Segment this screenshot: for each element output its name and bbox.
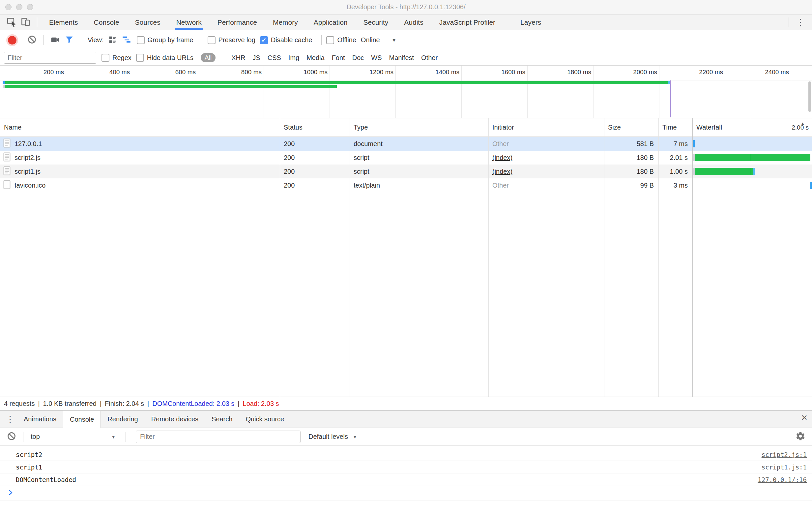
- overview-scrollbar-thumb[interactable]: [808, 81, 811, 112]
- tab-application[interactable]: Application: [312, 15, 349, 30]
- filter-type-media[interactable]: Media: [307, 54, 324, 62]
- group-by-frame-checkbox[interactable]: [137, 36, 145, 44]
- divider: [321, 35, 322, 45]
- filter-type-img[interactable]: Img: [288, 54, 299, 62]
- console-message[interactable]: DOMContentLoaded 127.0.0.1/:16: [0, 474, 812, 486]
- drawer-tab-rendering[interactable]: Rendering: [101, 411, 144, 428]
- throttling-select[interactable]: Online: [361, 36, 380, 44]
- regex-checkbox[interactable]: [102, 54, 109, 62]
- network-overview-timeline[interactable]: 200 ms 400 ms 600 ms 800 ms 1000 ms 1200…: [0, 66, 812, 118]
- tab-audits[interactable]: Audits: [403, 15, 425, 30]
- main-tab-bar: Elements Console Sources Network Perform…: [0, 15, 812, 30]
- use-large-rows-button[interactable]: [106, 33, 120, 47]
- column-header-type[interactable]: Type: [350, 118, 488, 137]
- drawer-tab-quick-source[interactable]: Quick source: [239, 411, 291, 428]
- drawer-tab-animations[interactable]: Animations: [17, 411, 63, 428]
- filter-type-xhr[interactable]: XHR: [231, 54, 245, 62]
- title-bar: Developer Tools - http://127.0.0.1:12306…: [0, 0, 812, 15]
- network-filter-input[interactable]: [4, 52, 96, 64]
- clear-network-log-button[interactable]: [25, 33, 39, 47]
- record-network-log-button[interactable]: [5, 33, 19, 47]
- devtools-menu-button[interactable]: ⋮: [793, 16, 807, 29]
- tick-label: 1200 ms: [329, 68, 394, 76]
- hide-data-urls-checkbox[interactable]: [136, 54, 144, 62]
- dropdown-icon[interactable]: ▼: [392, 37, 397, 43]
- column-header-time[interactable]: Time: [659, 118, 692, 137]
- console-message[interactable]: script1 script1.js:1: [0, 461, 812, 474]
- initiator-link[interactable]: (index): [492, 154, 513, 161]
- close-drawer-button[interactable]: ×: [801, 412, 807, 423]
- tab-sources[interactable]: Sources: [134, 15, 162, 30]
- timing-segment-blue: [693, 140, 695, 147]
- filter-type-ws[interactable]: WS: [371, 54, 382, 62]
- initiator-link[interactable]: (index): [492, 168, 513, 175]
- tab-security[interactable]: Security: [362, 15, 389, 30]
- clear-console-button[interactable]: [5, 430, 19, 444]
- divider: [44, 35, 44, 45]
- timing-segment-tick: [693, 154, 695, 161]
- offline-checkbox[interactable]: [326, 36, 334, 44]
- drawer-tab-console[interactable]: Console: [63, 411, 101, 428]
- separator: |: [100, 400, 102, 407]
- source-link[interactable]: script1.js:1: [761, 463, 807, 471]
- column-header-waterfall[interactable]: Waterfall ▲ 2.00 s: [692, 118, 812, 137]
- timing-segment-green: [695, 168, 753, 175]
- devtools-window: Developer Tools - http://127.0.0.1:12306…: [0, 0, 812, 513]
- column-header-size[interactable]: Size: [604, 118, 659, 137]
- overview-ruler-border: [0, 80, 812, 81]
- filter-type-all[interactable]: All: [201, 53, 215, 62]
- show-overview-button[interactable]: [120, 33, 134, 47]
- request-name: 127.0.0.1: [14, 140, 42, 148]
- disable-cache-checkbox[interactable]: [260, 36, 268, 44]
- inspect-element-button[interactable]: [5, 16, 19, 29]
- network-request-row[interactable]: 127.0.0.1 200 document Other 581 B 7 ms: [0, 137, 812, 151]
- tab-console[interactable]: Console: [93, 15, 121, 30]
- filter-type-css[interactable]: CSS: [268, 54, 281, 62]
- execution-context-select[interactable]: top ▼: [31, 433, 118, 440]
- filter-toggle-button[interactable]: [62, 33, 76, 47]
- request-status: 200: [280, 140, 350, 148]
- drawer-tab-search[interactable]: Search: [205, 411, 239, 428]
- filter-type-manifest[interactable]: Manifest: [389, 54, 414, 62]
- column-header-name[interactable]: Name: [0, 118, 280, 137]
- group-by-frame-label: Group by frame: [148, 36, 194, 44]
- tab-performance[interactable]: Performance: [216, 15, 258, 30]
- inspect-cursor-icon: [7, 17, 17, 28]
- console-prompt[interactable]: [0, 486, 812, 501]
- request-time: 7 ms: [659, 140, 692, 148]
- divider: [203, 35, 203, 45]
- console-filter-input[interactable]: [136, 431, 300, 443]
- tab-network[interactable]: Network: [175, 15, 203, 30]
- console-settings-button[interactable]: [793, 430, 807, 444]
- drawer-menu-button[interactable]: ⋮: [3, 412, 17, 426]
- toggle-device-toolbar-button[interactable]: [19, 16, 32, 29]
- column-header-status[interactable]: Status: [280, 118, 350, 137]
- kebab-menu-icon: ⋮: [796, 18, 805, 27]
- timing-segment-green: [695, 154, 810, 161]
- filter-type-font[interactable]: Font: [332, 54, 345, 62]
- network-request-row[interactable]: script1.js 200 script (index) 180 B 1.00…: [0, 165, 812, 178]
- console-message[interactable]: script2 script2.js:1: [0, 448, 812, 461]
- tab-elements[interactable]: Elements: [48, 15, 80, 30]
- filter-type-other[interactable]: Other: [421, 54, 438, 62]
- preserve-log-checkbox[interactable]: [208, 36, 215, 44]
- source-link[interactable]: 127.0.0.1/:16: [758, 476, 807, 483]
- drawer-tab-remote-devices[interactable]: Remote devices: [145, 411, 205, 428]
- log-levels-select[interactable]: Default levels ▼: [309, 433, 360, 440]
- capture-screenshots-button[interactable]: [49, 33, 62, 47]
- request-initiator: Other: [488, 182, 604, 189]
- source-link[interactable]: script2.js:1: [761, 451, 807, 458]
- tab-layers[interactable]: Layers: [519, 15, 543, 30]
- waterfall-end-time-label: 2.00 s: [791, 124, 809, 131]
- request-name: script1.js: [14, 168, 40, 175]
- preserve-log-label: Preserve log: [219, 36, 255, 44]
- waterfall-bar-cell: [692, 137, 812, 151]
- network-request-row[interactable]: favicon.ico 200 text/plain Other 99 B 3 …: [0, 178, 812, 192]
- filter-type-js[interactable]: JS: [253, 54, 260, 62]
- context-value: top: [31, 433, 40, 440]
- network-request-row[interactable]: script2.js 200 script (index) 180 B 2.01…: [0, 151, 812, 165]
- filter-type-doc[interactable]: Doc: [352, 54, 364, 62]
- tab-memory[interactable]: Memory: [271, 15, 299, 30]
- column-header-initiator[interactable]: Initiator: [488, 118, 604, 137]
- tab-javascript-profiler[interactable]: JavaScript Profiler: [438, 15, 497, 30]
